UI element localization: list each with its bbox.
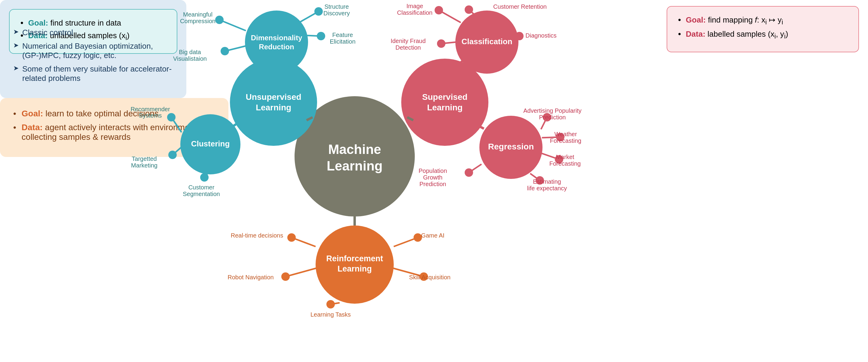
center-node (294, 96, 415, 216)
conn-dim-sat4 (307, 35, 321, 36)
realtime-label: Real-time decisions (231, 232, 283, 239)
rl-sat4 (413, 233, 422, 242)
unsupervised-label2: Learning (256, 103, 291, 112)
weather-label: Weather (554, 131, 577, 138)
conn-rl-sat1 (291, 238, 316, 246)
rl-data-label: Data: (22, 123, 43, 132)
class-sat1 (435, 6, 443, 14)
advertising-label2: Prediction (539, 114, 566, 121)
cluster-sat3 (200, 173, 209, 182)
conn-class-sat2 (469, 10, 481, 21)
robot-label: Robot Navigation (227, 274, 274, 280)
feature-label: Feature (333, 32, 353, 38)
unsupervised-node (230, 59, 317, 146)
diagnostics-label: Diagnostics (525, 32, 556, 39)
rl-sat5 (420, 272, 428, 281)
conn-sup-class (460, 60, 464, 63)
pop-growth-label2: Growth (423, 174, 442, 181)
reg-sat4 (555, 155, 563, 163)
estimating-label: Estimating (533, 178, 561, 185)
dim-sat2 (221, 47, 229, 55)
pop-growth-label: Population (419, 168, 447, 174)
market-label2: Forecasting (550, 160, 581, 167)
customer-seg-label2: Segmentation (183, 191, 220, 197)
conn-unsup-cluster (233, 123, 238, 126)
regression-label: Regression (488, 142, 534, 151)
conn-center-unsupervised (307, 117, 313, 120)
conn-reg-sat2 (541, 117, 547, 129)
supervised-goal: • Goal: find mapping f: xi ↦ yi (678, 15, 847, 26)
rl-node (316, 225, 394, 304)
image-class-label2: Classification (397, 9, 433, 16)
rl-data: • Data: agent actively interacts with en… (13, 123, 215, 142)
structure-label: Structure (324, 3, 349, 10)
reg-sat3 (556, 133, 564, 141)
center-label2: Learning (327, 158, 382, 173)
supervised-info-box: • Goal: find mapping f: xi ↦ yi • Data: … (666, 6, 859, 52)
supervised-label1: Supervised (422, 92, 468, 102)
class-sat3 (437, 39, 445, 48)
rl-sat1 (287, 233, 296, 242)
conn-dim-sat1 (219, 20, 246, 31)
center-label: Machine (328, 142, 381, 157)
conn-sat3 (205, 174, 207, 177)
supervised-data: • Data: labelled samples (xi, yi) (678, 29, 847, 40)
market-label: Market (556, 154, 575, 160)
conn-reg-sat1 (469, 164, 482, 173)
dim-sat4 (317, 32, 325, 40)
fraud-label2: Detection (396, 44, 421, 51)
class-sat4 (515, 32, 524, 40)
classification-label: Classification (461, 37, 512, 46)
customer-seg-label: Customer (188, 184, 215, 191)
regression-node (479, 116, 542, 179)
class-sat2 (465, 5, 473, 14)
classification-node (455, 10, 519, 74)
dim-label1: Dimensionality (251, 34, 302, 42)
conn-rl-sat3 (331, 303, 340, 304)
fraud-label: Idenity Fraud (391, 38, 426, 44)
structure-label2: Discovery (323, 10, 350, 17)
conn-rl-sat2 (285, 268, 316, 277)
weather-label2: Forecasting (550, 138, 582, 144)
rl-label1: Reinforcement (326, 254, 383, 263)
rl-sat2 (281, 272, 290, 281)
rl-goal-label: Goal: (22, 109, 43, 118)
conn-reg-sat4 (541, 153, 559, 159)
conn-class-sat1 (439, 10, 461, 23)
reg-sat1 (465, 169, 473, 177)
dimensionality-node (245, 10, 308, 74)
customer-ret-label: Customer Retention (493, 3, 547, 10)
estimating-label2: life expectancy (527, 185, 567, 191)
unsupervised-goal: • Goal: find structure in data (21, 18, 166, 28)
reg-sat2 (543, 113, 551, 121)
dim-sat3 (314, 7, 323, 16)
rl-goal-text: learn to take optimal decisions (43, 109, 158, 118)
learning-tasks-label: Learning Tasks (310, 311, 351, 318)
conn-center-supervised (407, 117, 413, 120)
conn-rl-sat4 (394, 238, 418, 246)
conn-reg-sat3 (542, 137, 560, 138)
conn-rl-sat5 (393, 268, 424, 277)
rl-data-text: agent actively interacts with environmen… (22, 123, 196, 142)
other-item-2: Numerical and Bayesian optimization, (GP… (13, 41, 173, 60)
conn-dim-sat2 (225, 46, 246, 51)
goal-label: Goal: (28, 18, 48, 27)
sup-data-label: Data: (686, 29, 705, 38)
feature-label2: Elicitation (330, 38, 355, 45)
rl-sat3 (327, 300, 335, 308)
reg-sat5 (535, 176, 544, 185)
image-class-label: Image (406, 3, 423, 9)
conn-sup-reg (479, 126, 484, 129)
skill-label: Skill Acquisition (409, 274, 451, 280)
sup-data-text: labelled samples (xi, yi) (705, 29, 788, 38)
dim-sat1 (215, 16, 224, 24)
advertising-label: Advertising Popularity (523, 107, 581, 114)
rl-goal: • Goal: learn to take optimal decisions (13, 109, 215, 118)
game-ai-label: Game AI (421, 232, 444, 239)
conn-class-sat3 (441, 42, 456, 43)
conn-reg-sat5 (530, 174, 540, 180)
other-item-1: Classic control (13, 28, 173, 37)
goal-text: find structure in data (48, 18, 121, 27)
dim-label2: Reduction (259, 43, 294, 51)
conn-dim-sat3 (299, 11, 318, 23)
